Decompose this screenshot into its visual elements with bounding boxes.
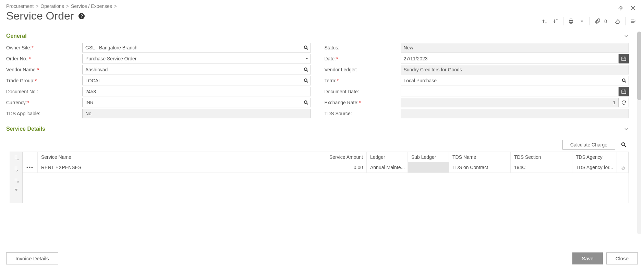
col-tds-section[interactable]: TDS Section bbox=[511, 152, 572, 162]
invoice-details-button[interactable]: Invoice Details bbox=[6, 252, 58, 264]
svg-point-12 bbox=[622, 143, 625, 146]
trade-group-field[interactable]: LOCAL bbox=[82, 76, 311, 85]
attachment-icon[interactable] bbox=[593, 16, 602, 26]
cell-ledger[interactable]: Annual Mainte... bbox=[367, 162, 408, 173]
scrollbar[interactable] bbox=[637, 32, 641, 234]
exchange-rate-field: 1 bbox=[401, 98, 619, 107]
label-exchange-rate: Exchange Rate:* bbox=[325, 100, 401, 105]
section-service-details-header: Service Details bbox=[6, 125, 629, 133]
row-menu-icon[interactable]: ••• bbox=[23, 162, 38, 173]
search-icon[interactable] bbox=[303, 100, 309, 105]
service-grid: ≡+ ≡✓ ≡× Service Name Service Amount Led… bbox=[10, 152, 629, 203]
chevron-down-icon[interactable] bbox=[623, 126, 629, 132]
cell-sub-ledger[interactable] bbox=[408, 162, 449, 173]
label-trade-group: Trade Group:* bbox=[6, 78, 82, 83]
tds-applicable-field: No bbox=[82, 109, 311, 118]
sort-asc-icon[interactable] bbox=[540, 16, 549, 26]
breadcrumb-sep: > bbox=[36, 3, 38, 9]
label-currency: Currency:* bbox=[6, 100, 82, 105]
calculate-charge-button[interactable]: Calculate Charge bbox=[562, 140, 615, 150]
label-owner-site: Owner Site:* bbox=[6, 45, 82, 50]
search-icon[interactable] bbox=[303, 78, 309, 83]
cell-tds-name[interactable]: TDS on Contract bbox=[449, 162, 511, 173]
cell-service-name[interactable]: RENT EXPENSES bbox=[38, 162, 322, 173]
vendor-name-field[interactable]: Aashirwad bbox=[82, 65, 311, 74]
collapse-panel-icon[interactable] bbox=[628, 16, 638, 26]
col-menu bbox=[23, 152, 38, 162]
svg-point-0 bbox=[546, 23, 546, 23]
tds-source-field bbox=[401, 109, 629, 118]
breadcrumb-procurement[interactable]: Procurement bbox=[6, 3, 34, 9]
breadcrumb-sep: > bbox=[114, 3, 117, 9]
section-service-details-title: Service Details bbox=[6, 126, 45, 132]
label-date: Date:* bbox=[325, 56, 401, 61]
owner-site-field[interactable]: GSL - Bangalore Branch bbox=[82, 43, 311, 52]
search-icon[interactable] bbox=[303, 45, 309, 50]
svg-rect-6 bbox=[622, 57, 626, 61]
scrollbar-thumb[interactable] bbox=[637, 32, 641, 100]
svg-rect-10 bbox=[622, 90, 626, 94]
toolbar-separator bbox=[625, 17, 625, 25]
svg-point-1 bbox=[557, 19, 557, 20]
cell-tds-agency[interactable]: TDS Agency for... bbox=[572, 162, 617, 173]
label-document-no: Document No.: bbox=[6, 89, 82, 94]
search-icon[interactable] bbox=[303, 67, 309, 72]
close-button[interactable]: Close bbox=[606, 252, 638, 264]
status-field: New bbox=[401, 43, 629, 52]
col-tds-name[interactable]: TDS Name bbox=[449, 152, 511, 162]
print-dropdown-icon[interactable] bbox=[577, 16, 587, 26]
save-button[interactable]: Save bbox=[572, 252, 603, 264]
vendor-ledger-field: Sundry Creditors for Goods bbox=[401, 65, 629, 74]
label-term: Term:* bbox=[325, 78, 401, 83]
label-order-no: Order No.:* bbox=[6, 56, 82, 61]
expand-icon[interactable] bbox=[616, 3, 625, 13]
label-status: Status: bbox=[325, 45, 401, 50]
filter-icon[interactable] bbox=[13, 187, 19, 192]
svg-point-8 bbox=[304, 79, 307, 82]
toolbar-separator bbox=[590, 17, 590, 25]
label-document-date: Document Date: bbox=[325, 89, 401, 94]
breadcrumb: Procurement > Operations > Service / Exp… bbox=[6, 3, 638, 9]
print-icon[interactable] bbox=[566, 16, 576, 26]
col-ledger[interactable]: Ledger bbox=[367, 152, 408, 162]
delete-row-icon[interactable]: ≡× bbox=[14, 176, 17, 182]
document-date-field[interactable] bbox=[401, 87, 619, 96]
help-icon[interactable]: ? bbox=[78, 13, 85, 19]
table-row[interactable]: ••• RENT EXPENSES 0.00 Annual Mainte... … bbox=[23, 162, 629, 173]
col-service-amount[interactable]: Service Amount bbox=[322, 152, 367, 162]
close-icon[interactable] bbox=[628, 3, 638, 13]
dropdown-icon[interactable] bbox=[305, 57, 309, 61]
svg-point-5 bbox=[304, 46, 307, 49]
breadcrumb-service-expenses[interactable]: Service / Expenses bbox=[71, 3, 112, 9]
term-field[interactable]: Local Purchase bbox=[401, 76, 629, 85]
col-sub-ledger[interactable]: Sub Ledger bbox=[408, 152, 449, 162]
breadcrumb-operations[interactable]: Operations bbox=[40, 3, 64, 9]
col-tds-agency[interactable]: TDS Agency bbox=[572, 152, 617, 162]
calendar-icon[interactable] bbox=[619, 54, 629, 63]
breadcrumb-sep: > bbox=[66, 3, 69, 9]
add-row-icon[interactable]: ≡+ bbox=[14, 154, 17, 160]
calendar-icon[interactable] bbox=[619, 87, 629, 96]
eraser-icon[interactable] bbox=[613, 16, 622, 26]
refresh-icon[interactable] bbox=[619, 98, 629, 107]
search-icon[interactable] bbox=[621, 78, 627, 83]
sort-desc-icon[interactable] bbox=[551, 16, 560, 26]
document-no-field[interactable]: 2453 bbox=[82, 87, 311, 96]
svg-point-7 bbox=[304, 68, 307, 71]
row-view-icon[interactable] bbox=[617, 162, 629, 173]
check-rows-icon[interactable]: ≡✓ bbox=[14, 165, 17, 171]
col-service-name[interactable]: Service Name bbox=[38, 152, 322, 162]
label-vendor-name: Vendor Name:* bbox=[6, 67, 82, 72]
cell-tds-section[interactable]: 194C bbox=[511, 162, 572, 173]
cell-service-amount[interactable]: 0.00 bbox=[322, 162, 367, 173]
section-general-title: General bbox=[6, 33, 27, 39]
page-title: Service Order bbox=[6, 10, 74, 22]
label-tds-applicable: TDS Applicable: bbox=[6, 111, 82, 116]
search-icon[interactable] bbox=[619, 142, 629, 148]
order-no-field[interactable]: Purchase Service Order bbox=[82, 54, 311, 63]
label-tds-source: TDS Source: bbox=[325, 111, 401, 116]
currency-field[interactable]: INR bbox=[82, 98, 311, 107]
svg-point-9 bbox=[622, 79, 625, 82]
date-field[interactable]: 27/11/2023 bbox=[401, 54, 619, 63]
chevron-down-icon[interactable] bbox=[623, 33, 629, 39]
